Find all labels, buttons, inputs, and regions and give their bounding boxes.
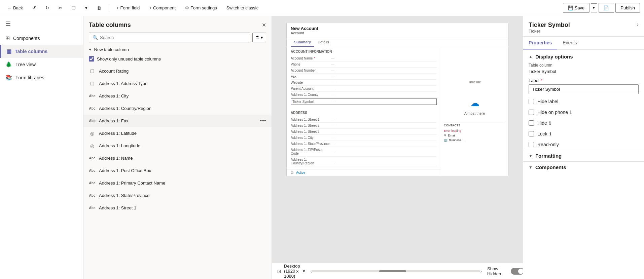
toolbar-right: 💾 Save ▾ 📄 Publish xyxy=(563,3,640,13)
filter-button[interactable]: ⚗ ▾ xyxy=(252,33,266,42)
form-left: ACCOUNT INFORMATION Account Name * — Pho… xyxy=(287,47,441,176)
show-unused-checkbox[interactable] xyxy=(89,56,94,62)
form-settings-button[interactable]: ⚙ Form settings xyxy=(182,3,220,12)
list-item[interactable]: Abc Address 1: Primary Contact Name ••• xyxy=(83,177,272,189)
scroll-right-icon[interactable]: › xyxy=(480,269,482,274)
tab-events[interactable]: Events xyxy=(557,37,582,49)
abc-icon: Abc xyxy=(89,119,96,123)
undo-button[interactable]: ↺ xyxy=(29,3,39,12)
save-button[interactable]: 💾 Save xyxy=(563,3,590,13)
ticker-value: — xyxy=(333,100,336,104)
search-box[interactable]: 🔍 xyxy=(89,33,250,42)
lock-option[interactable]: Lock ℹ xyxy=(523,128,644,139)
show-unused-row[interactable]: Show only unused table columns xyxy=(83,54,272,65)
settings-icon: ⚙ xyxy=(185,5,189,10)
field-value: — xyxy=(331,81,334,84)
plus-icon-2: + xyxy=(149,5,152,10)
list-item[interactable]: Abc Address 1: State/Province ••• xyxy=(83,189,272,202)
label-field-input[interactable] xyxy=(529,84,639,94)
form-field-button[interactable]: + Form field xyxy=(113,3,143,12)
list-item[interactable]: Abc Address 1: Name ••• xyxy=(83,152,272,164)
error-loading: Error loading xyxy=(444,128,505,133)
search-row: 🔍 ⚗ ▾ xyxy=(83,31,272,45)
list-item[interactable]: ☐ Address 1: Address Type ••• xyxy=(83,77,272,90)
box-icon: ☐ xyxy=(89,81,96,86)
list-item[interactable]: Abc Address 1: Post Office Box ••• xyxy=(83,164,272,177)
tab-properties[interactable]: Properties xyxy=(523,37,557,49)
show-hidden-toggle[interactable]: Off xyxy=(511,268,523,275)
switch-classic-button[interactable]: Switch to classic xyxy=(223,3,262,12)
back-button[interactable]: ← Back xyxy=(4,3,26,12)
ticker-symbol-field-row[interactable]: Ticker Symbol — xyxy=(291,98,437,105)
sidebar-item-form-libraries[interactable]: 📚 Form libraries xyxy=(0,71,83,84)
lock-info-icon[interactable]: ℹ xyxy=(549,131,551,136)
globe-icon: ◎ xyxy=(89,143,96,149)
publish-button[interactable]: Publish xyxy=(615,3,640,13)
field-row: Fax — xyxy=(291,74,437,80)
panel-close-button[interactable]: ✕ xyxy=(262,22,266,28)
hide-on-phone-info-icon[interactable]: ℹ xyxy=(570,110,572,115)
list-item[interactable]: Abc Address 1: Country/Region ••• xyxy=(83,102,272,115)
filter-icon: ⚗ xyxy=(255,35,259,40)
more-icon[interactable]: ••• xyxy=(260,117,266,124)
tab-summary[interactable]: Summary xyxy=(291,38,314,47)
bottom-right: Show Hidden Off − + 39% ⊕ xyxy=(487,266,523,276)
lock-checkbox[interactable] xyxy=(529,131,534,136)
list-item[interactable]: Abc Address 1: Street 1 ••• xyxy=(83,202,272,214)
hide-option[interactable]: Hide ℹ xyxy=(523,118,644,128)
read-only-option[interactable]: Read-only xyxy=(523,139,644,150)
list-item[interactable]: Abc Address 1: City ••• xyxy=(83,90,272,102)
field-row: Website — xyxy=(291,80,437,86)
new-column-row[interactable]: + New table column xyxy=(83,45,272,54)
display-options-header[interactable]: ▲ Display options xyxy=(523,50,644,61)
scrollbar-thumb[interactable] xyxy=(379,270,406,272)
column-name: Address 1: Name xyxy=(99,156,256,161)
column-name: Address 1: Street 1 xyxy=(99,205,256,210)
redo-button[interactable]: ↻ xyxy=(42,3,52,12)
scrollbar-track[interactable] xyxy=(312,270,480,272)
show-unused-label: Show only unused table columns xyxy=(97,56,161,62)
hide-info-icon[interactable]: ℹ xyxy=(549,120,551,126)
sidebar-item-table-columns[interactable]: ▦ Table columns xyxy=(0,45,83,58)
form-preview-title: New Account xyxy=(291,26,504,31)
hamburger-button[interactable]: ☰ xyxy=(0,16,83,32)
desktop-chevron-icon[interactable]: ▾ xyxy=(303,269,305,274)
hide-text: Hide ℹ xyxy=(537,120,551,126)
copy-button[interactable]: ❐ xyxy=(68,3,79,12)
field-value: — xyxy=(331,87,334,90)
list-item[interactable]: Abc Address 1: Fax ••• xyxy=(83,115,272,127)
list-item[interactable]: ◎ Address 1: Longitude ••• xyxy=(83,140,272,152)
hide-on-phone-checkbox[interactable] xyxy=(529,110,534,115)
delete-button[interactable]: 🗑 xyxy=(94,3,105,12)
save-label: Save xyxy=(575,5,585,10)
right-panel-expand-button[interactable]: › xyxy=(637,22,639,28)
sidebar-item-components[interactable]: ⊞ Components xyxy=(0,32,83,45)
tab-details[interactable]: Details xyxy=(314,38,332,47)
business-icon: 🏢 xyxy=(444,138,448,142)
components-header[interactable]: ▼ Components xyxy=(529,164,639,170)
list-item[interactable]: ☐ Account Rating ••• xyxy=(83,65,272,77)
list-item[interactable]: ◎ Address 1: Latitude ••• xyxy=(83,127,272,140)
search-input[interactable] xyxy=(100,35,247,40)
formatting-header[interactable]: ▼ Formatting xyxy=(529,153,639,159)
right-panel-title: Ticker Symbol xyxy=(529,22,570,29)
sidebar-item-tree-view[interactable]: 🌲 Tree view xyxy=(0,58,83,71)
abc-icon: Abc xyxy=(89,181,96,185)
hide-label-option[interactable]: Hide label xyxy=(523,96,644,107)
column-name: Account Rating xyxy=(99,69,256,74)
hide-on-phone-option[interactable]: Hide on phone ℹ xyxy=(523,107,644,118)
toggle-track[interactable] xyxy=(511,268,523,275)
hide-checkbox[interactable] xyxy=(529,120,534,126)
cut-button[interactable]: ✂ xyxy=(55,3,66,12)
component-button[interactable]: + Component xyxy=(146,3,179,12)
hide-label-checkbox[interactable] xyxy=(529,99,534,104)
dropdown-arrow-button[interactable]: ▾ xyxy=(82,3,91,12)
field-label: Account Number xyxy=(291,69,331,72)
business-row: 🏢 Business... xyxy=(444,138,505,143)
publish-dropdown-icon-button[interactable]: 📄 xyxy=(599,3,614,13)
save-dropdown-button[interactable]: ▾ xyxy=(591,3,597,12)
read-only-checkbox[interactable] xyxy=(529,142,534,147)
field-value: — xyxy=(331,136,334,140)
plus-icon: + xyxy=(89,47,92,52)
field-value: — xyxy=(331,130,334,133)
